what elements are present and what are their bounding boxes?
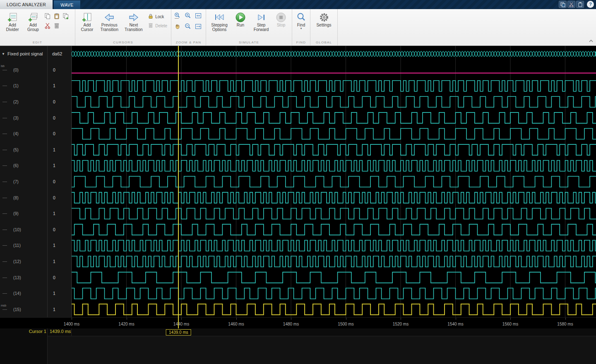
step-forward-button[interactable]: Step Forward [250, 11, 272, 33]
channel-row[interactable]: msb(15) [0, 302, 47, 317]
duplicate-icon[interactable] [62, 12, 70, 20]
time-tick-label: 1420 ms [118, 322, 134, 326]
toolbar-collapse-button[interactable] [589, 37, 594, 44]
channel-waveform[interactable] [72, 96, 596, 107]
tick-mark [72, 318, 72, 320]
stop-button[interactable]: Stop [273, 11, 289, 28]
channel-waveform[interactable] [72, 129, 596, 139]
stop-icon [276, 12, 286, 23]
channel-row[interactable]: (13) [0, 269, 47, 285]
channel-row[interactable]: (2) [0, 94, 47, 110]
channel-row[interactable]: (7) [0, 174, 47, 190]
tick-mark [181, 318, 182, 320]
tick-mark [291, 318, 291, 320]
tree-branch-icon [2, 150, 7, 150]
add-cursor-button[interactable]: Add Cursor [77, 11, 97, 33]
channel-row[interactable]: (4) [0, 126, 47, 142]
channel-waveform[interactable] [72, 288, 596, 299]
bus-waveform[interactable] [72, 51, 596, 57]
channel-waveform[interactable] [72, 160, 596, 171]
paste-icon[interactable] [576, 1, 584, 8]
cut-icon[interactable] [43, 22, 51, 29]
waveform-canvas[interactable] [72, 46, 596, 317]
stepping-options-button[interactable]: Stepping Options [208, 11, 231, 33]
collapse-triangle-icon[interactable]: ▼ [2, 52, 5, 56]
delete-cursor-button[interactable]: Delete [148, 22, 168, 29]
tree-branch-icon [2, 245, 7, 246]
signal-group-row[interactable]: ▼Fixed point signal [0, 46, 47, 62]
time-cursor-line[interactable] [178, 46, 179, 328]
toolbar-section-zoom-pan: ZOOM & PAN [171, 9, 206, 46]
channel-waveform[interactable] [72, 208, 596, 219]
paste-icon[interactable] [53, 12, 60, 20]
channel-waveform[interactable] [72, 81, 596, 91]
channel-row[interactable]: (14) [0, 285, 47, 302]
zoom-in-icon[interactable] [184, 12, 192, 19]
add-divider-icon [7, 12, 18, 23]
previous-transition-button[interactable]: Previous Transition [98, 11, 121, 33]
add-group-button[interactable]: Add Group [24, 11, 43, 33]
run-button[interactable]: Run [231, 11, 250, 28]
channel-waveform[interactable] [72, 256, 596, 267]
channel-name: (3) [13, 115, 19, 120]
pan-icon[interactable] [173, 22, 181, 30]
channel-row[interactable]: (8) [0, 189, 47, 206]
channel-waveform[interactable] [72, 272, 596, 283]
delete-icon [148, 22, 154, 29]
find-button[interactable]: Find ▾ [294, 11, 308, 31]
time-tick-label: 1440 ms [173, 322, 189, 326]
waveform-area[interactable] [72, 46, 596, 317]
section-label-cursors: CURSORS [75, 40, 171, 46]
cursor-name-readout[interactable]: Cursor 1 [0, 329, 46, 334]
channel-row[interactable]: (3) [0, 110, 47, 126]
channel-value-row: 0 [48, 174, 71, 190]
channel-name: (6) [13, 163, 19, 168]
copy-icon[interactable] [43, 12, 51, 20]
zoom-in-time-icon[interactable] [173, 12, 181, 19]
tree-branch-icon [2, 86, 7, 86]
channel-waveform[interactable] [72, 192, 596, 203]
channel-row[interactable]: (1) [0, 78, 47, 94]
channel-value: 1 [53, 147, 55, 152]
channel-row[interactable]: (6) [0, 158, 47, 174]
channel-waveform[interactable] [72, 144, 596, 155]
zoom-fit-width-icon[interactable] [194, 22, 202, 30]
fit-to-view-icon[interactable] [194, 12, 202, 19]
cursor-value-flag[interactable]: 1439.0 ms [166, 329, 191, 335]
channel-row[interactable]: (5) [0, 142, 47, 158]
tick-mark [401, 318, 401, 320]
channel-waveform[interactable] [72, 304, 596, 315]
channel-value-row: 1 [48, 158, 71, 174]
add-divider-button[interactable]: Add Divider [2, 11, 23, 33]
delete-icon[interactable] [53, 22, 60, 29]
channel-value-row: 0 [48, 94, 71, 110]
time-tick-label: 1540 ms [447, 322, 463, 326]
channel-row[interactable]: (12) [0, 254, 47, 270]
zoom-out-icon[interactable] [184, 22, 192, 30]
next-transition-button[interactable]: Next Transition [122, 11, 146, 33]
lock-icon [148, 13, 154, 20]
tree-branch-icon [2, 261, 7, 262]
tab-logic-analyzer[interactable]: LOGIC ANALYZER [0, 0, 53, 9]
tab-wave[interactable]: WAVE [53, 0, 80, 9]
channel-row[interactable]: (10) [0, 222, 47, 238]
channel-waveform[interactable] [72, 240, 596, 251]
tick-mark [346, 318, 346, 320]
channel-value: 1 [53, 307, 55, 312]
channel-row[interactable]: lsb(0) [0, 62, 47, 78]
help-icon[interactable]: ? [587, 1, 594, 8]
channel-waveform[interactable] [72, 224, 596, 235]
channel-waveform[interactable] [72, 176, 596, 187]
lock-button[interactable]: Lock [148, 13, 168, 20]
channel-row[interactable]: (9) [0, 206, 47, 222]
channel-waveform[interactable] [72, 113, 596, 123]
bit-order-tag: msb [1, 304, 6, 307]
channel-row[interactable]: (11) [0, 237, 47, 254]
tree-branch-icon [2, 198, 7, 198]
channel-value-row: 0 [48, 222, 71, 238]
stepping-options-label: Stepping Options [209, 23, 230, 32]
cut-icon[interactable] [567, 1, 575, 8]
settings-button[interactable]: Settings [312, 11, 335, 28]
channel-value: 1 [53, 211, 55, 216]
copy-icon[interactable] [559, 1, 567, 8]
